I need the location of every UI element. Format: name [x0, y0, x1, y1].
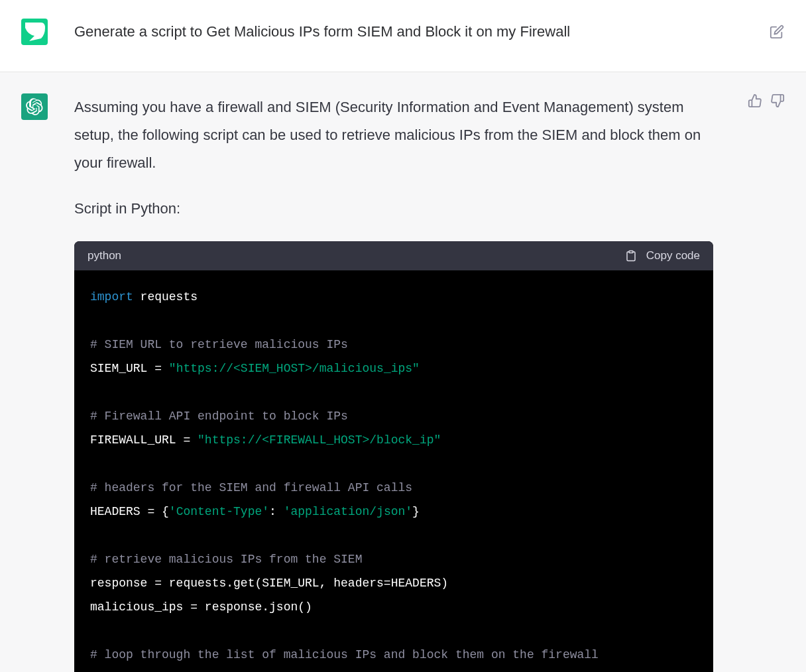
- assistant-avatar: [21, 93, 48, 120]
- code-token: FIREWALL_URL =: [90, 433, 198, 447]
- assistant-content: Assuming you have a firewall and SIEM (S…: [74, 93, 713, 672]
- user-avatar: [21, 19, 48, 45]
- clipboard-icon: [625, 250, 637, 262]
- code-token-string: "https://<FIREWALL_HOST>/block_ip": [198, 433, 441, 447]
- thumbs-up-button[interactable]: [748, 93, 762, 108]
- code-token: :: [269, 505, 284, 518]
- assistant-script-label: Script in Python:: [74, 195, 713, 223]
- svg-rect-0: [629, 251, 633, 253]
- assistant-intro-text: Assuming you have a firewall and SIEM (S…: [74, 93, 713, 176]
- assistant-actions: [748, 93, 785, 108]
- code-body: import requests # SIEM URL to retrieve m…: [74, 270, 713, 672]
- user-avatar-icon: [21, 19, 48, 45]
- code-token: requests: [133, 290, 198, 304]
- code-language-label: python: [87, 249, 121, 262]
- code-token: response = requests.get(SIEM_URL, header…: [90, 577, 448, 590]
- code-token-string: "https://<SIEM_HOST>/malicious_ips": [169, 362, 420, 375]
- copy-code-button[interactable]: Copy code: [625, 249, 700, 262]
- assistant-inner: Assuming you have a firewall and SIEM (S…: [21, 93, 785, 672]
- code-token-comment: # SIEM URL to retrieve malicious IPs: [90, 338, 348, 351]
- thumbs-down-button[interactable]: [770, 93, 785, 108]
- code-token-comment: # retrieve malicious IPs from the SIEM: [90, 553, 362, 566]
- code-token: malicious_ips = response.json(): [90, 600, 312, 614]
- edit-button[interactable]: [769, 24, 785, 40]
- code-token-comment: # Firewall API endpoint to block IPs: [90, 410, 348, 423]
- code-token: SIEM_URL =: [90, 362, 169, 375]
- code-token-string: 'Content-Type': [169, 505, 269, 518]
- thumbs-up-icon: [748, 93, 762, 108]
- user-message-row: Generate a script to Get Malicious IPs f…: [0, 0, 806, 72]
- thumbs-down-icon: [770, 93, 785, 108]
- code-token-comment: # loop through the list of malicious IPs…: [90, 648, 599, 661]
- code-block: python Copy code import requests # SIEM …: [74, 241, 713, 672]
- code-token: HEADERS = {: [90, 505, 169, 518]
- copy-code-label: Copy code: [646, 249, 700, 262]
- code-token-string: 'application/json': [284, 505, 412, 518]
- code-header: python Copy code: [74, 241, 713, 270]
- code-token-keyword: import: [90, 290, 133, 304]
- user-prompt-text: Generate a script to Get Malicious IPs f…: [74, 21, 742, 42]
- openai-icon: [26, 98, 43, 115]
- code-token: }: [412, 505, 420, 518]
- code-token-comment: # headers for the SIEM and firewall API …: [90, 481, 412, 494]
- assistant-message-row: Assuming you have a firewall and SIEM (S…: [0, 72, 806, 672]
- edit-icon: [770, 25, 784, 39]
- user-inner: Generate a script to Get Malicious IPs f…: [21, 19, 785, 45]
